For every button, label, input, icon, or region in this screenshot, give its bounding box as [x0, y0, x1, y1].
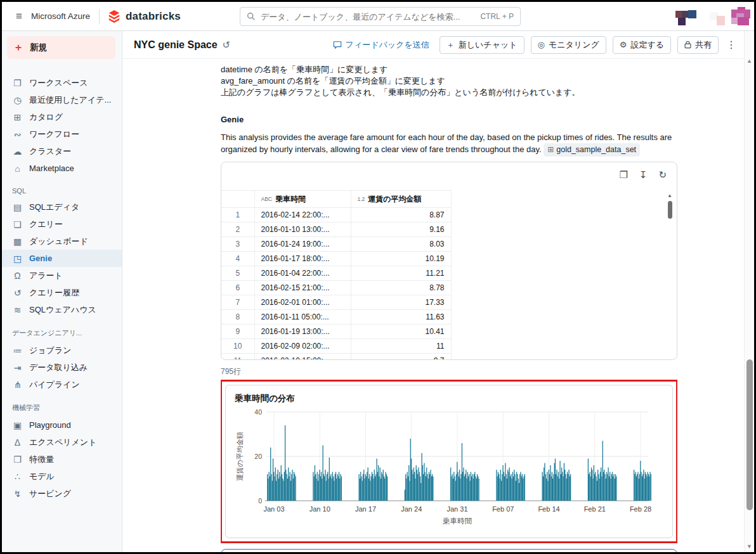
sidebar-item-playground[interactable]: ▣Playground [2, 416, 122, 434]
sidebar-item-marketplace[interactable]: ⌂Marketplace [2, 160, 122, 177]
avg-fare-cell: 17.33 [351, 295, 451, 310]
table-row[interactable]: 42016-01-17 18:00:...10.19 [221, 252, 451, 266]
sidebar-item-[interactable]: ⊞カタログ [2, 108, 122, 126]
pickup-time-cell: 2016-02-14 22:00:... [254, 208, 351, 222]
row-number-cell: 7 [221, 295, 254, 310]
table-row[interactable]: 72016-02-01 01:00:...17.33 [221, 295, 451, 310]
workflows-icon: ∾ [12, 129, 23, 139]
settings-button[interactable]: ⚙ 設定する [613, 36, 671, 54]
row-number-cell: 9 [221, 325, 254, 339]
clusters-icon: ☁ [12, 146, 23, 157]
send-feedback-link[interactable]: フィードバックを送信 [333, 39, 429, 51]
row-count-label: 795行 [221, 366, 677, 377]
row-number-cell: 8 [221, 310, 254, 325]
table-scrollbar-thumb[interactable] [668, 201, 672, 219]
history-icon[interactable]: ↺ [223, 39, 231, 51]
sidebar-item-[interactable]: ↯サービング [2, 485, 122, 502]
query-history-icon: ↺ [12, 288, 23, 298]
sidebar-item-[interactable]: ▦ダッシュボード [2, 233, 122, 250]
sidebar-item-[interactable]: Ωアラート [2, 267, 122, 284]
scroll-up-icon[interactable]: ▲ [667, 193, 672, 198]
job-runs-icon: ≔ [12, 345, 23, 356]
table-row[interactable]: 62016-02-15 21:00:...8.78 [221, 281, 451, 295]
table-row[interactable]: 32016-01-24 19:00:...8.03 [221, 237, 451, 252]
avg-fare-cell: 11.21 [351, 266, 451, 281]
playground-icon: ▣ [12, 420, 23, 430]
sidebar-item-[interactable]: ↺クエリー履歴 [2, 284, 122, 301]
user-message-line: datetime の名前を「乗車時間」に変更します [221, 64, 677, 75]
sidebar-item-[interactable]: ∴モデル [2, 468, 122, 485]
refresh-icon[interactable]: ↻ [658, 170, 667, 179]
databricks-brand[interactable]: databricks [107, 10, 181, 23]
new-chat-button[interactable]: ＋ 新しいチャット [440, 36, 525, 54]
question-input-box[interactable]: ▷ [221, 549, 677, 552]
sidebar-item-[interactable]: ∾ワークフロー [2, 126, 122, 143]
main-scrollbar[interactable]: ▲ ▼ [744, 31, 754, 552]
scroll-up-icon[interactable]: ▲ [745, 58, 754, 64]
sidebar-item-label: ワークスペース [29, 77, 88, 89]
user-message: datetime の名前を「乗車時間」に変更します avg_fare_amoun… [221, 64, 677, 98]
sidebar-item-[interactable]: ⋔パイプライン [2, 376, 122, 393]
sidebar-item-[interactable]: ◷最近使用したアイテ... [2, 91, 122, 108]
hamburger-menu-icon[interactable]: ≡ [16, 10, 22, 23]
table-row[interactable]: 52016-01-04 22:00:...11.21 [221, 266, 451, 281]
download-icon[interactable]: ↧ [639, 170, 648, 179]
genie-analysis-text: This analysis provides the average fare … [221, 131, 677, 157]
table-scrollbar[interactable]: ▲ [667, 193, 673, 219]
app-window: ≡ Microsoft Azure databricks CTRL + P ＋ … [0, 0, 756, 554]
share-button[interactable]: 共有 [677, 36, 719, 54]
sidebar-section-title: SQL [2, 177, 122, 198]
monitoring-button[interactable]: ◎ モニタリング [531, 36, 606, 54]
table-row[interactable]: 92016-01-19 13:00:...10.41 [221, 325, 451, 339]
sidebar-item-label: 最近使用したアイテ... [29, 94, 111, 106]
sidebar-item-new[interactable]: ＋ 新規 [7, 36, 115, 59]
table-row[interactable]: 112016-02-10 15:00:9.7 [221, 354, 451, 361]
sidebar-item-[interactable]: ☁クラスター [2, 143, 122, 160]
pickup-time-cell: 2016-02-10 15:00: [254, 354, 351, 361]
redacted-block [738, 17, 749, 25]
row-number-cell: 4 [221, 252, 254, 266]
sidebar-item-[interactable]: ≔ジョブラン [2, 342, 122, 359]
lock-icon [684, 41, 691, 49]
sidebar-item-genie[interactable]: ◳Genie [2, 250, 122, 267]
sidebar-item-label: Marketplace [29, 164, 74, 173]
main-panel: NYC genie Space ↺ フィードバックを送信 ＋ 新しいチャット ◎… [122, 31, 754, 552]
main-scrollbar-thumb[interactable] [746, 359, 753, 510]
sidebar-item-label: 特徴量 [29, 454, 54, 465]
experiments-icon: Δ [12, 437, 23, 448]
table-row[interactable]: 82016-01-11 05:00:...11.63 [221, 310, 451, 325]
catalog-icon: ⊞ [12, 112, 23, 122]
sidebar-item-[interactable]: ⇥データ取り込み [2, 359, 122, 376]
dataset-chip[interactable]: ⊞ gold_sample_data_set [544, 143, 640, 157]
speech-bubble-icon [333, 41, 342, 49]
global-search[interactable]: CTRL + P [240, 7, 521, 26]
dashboards-icon: ▦ [12, 236, 23, 247]
column-header-avg-fare[interactable]: 1.2運賃の平均金額 [351, 191, 451, 208]
sidebar-item-[interactable]: Δエクスペリメント [2, 434, 122, 451]
sidebar-item-[interactable]: ❒特徴量 [2, 451, 122, 468]
sidebar-item-[interactable]: ❐ワークスペース [2, 74, 122, 91]
models-icon: ∴ [12, 472, 23, 482]
sidebar-item-label: SQLエディタ [29, 202, 79, 213]
sidebar-item-label: クエリー [29, 219, 63, 230]
sidebar-item-sql[interactable]: ≋SQLウェアハウス [2, 301, 122, 318]
pickup-time-cell: 2016-01-24 19:00:... [254, 237, 351, 252]
avg-fare-cell: 9.16 [351, 222, 451, 237]
sidebar-item-label: カタログ [29, 112, 63, 123]
scroll-down-icon[interactable]: ▼ [745, 543, 754, 550]
table-row[interactable]: 12016-02-14 22:00:...8.87 [221, 208, 451, 222]
table-icon: ⊞ [547, 144, 554, 156]
table-row[interactable]: 102016-02-09 02:00:...11 [221, 339, 451, 354]
column-header-pickup-time[interactable]: ABC乗車時間 [254, 191, 351, 208]
sidebar-section-title: 機械学習 [2, 393, 122, 416]
table-row[interactable]: 22016-01-10 13:00:...9.16 [221, 222, 451, 237]
sidebar-item-sql[interactable]: ▤SQLエディタ [2, 198, 122, 216]
search-input[interactable] [261, 12, 475, 22]
copy-icon[interactable]: ❐ [619, 170, 627, 179]
sidebar-item-label: モデル [29, 471, 55, 482]
monitoring-icon: ◎ [538, 41, 545, 49]
sidebar-item-label: データ取り込み [29, 362, 88, 373]
more-options-icon[interactable]: ⋮ [725, 39, 738, 51]
sidebar-item-[interactable]: ❏クエリー [2, 216, 122, 233]
pickup-time-cell: 2016-01-04 22:00:... [254, 266, 351, 281]
